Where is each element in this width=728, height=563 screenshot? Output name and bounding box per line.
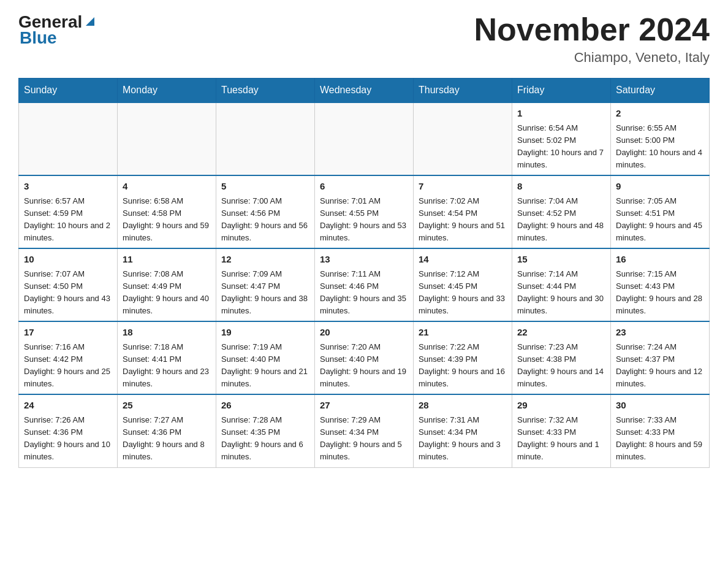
weekday-header-tuesday: Tuesday (216, 79, 315, 103)
day-number: 5 (221, 180, 309, 194)
day-number: 4 (123, 180, 211, 194)
day-number: 16 (616, 253, 704, 267)
calendar-cell (118, 102, 216, 175)
day-info: Sunrise: 6:57 AM Sunset: 4:59 PM Dayligh… (24, 195, 112, 245)
day-info: Sunrise: 7:04 AM Sunset: 4:52 PM Dayligh… (517, 195, 605, 245)
day-number: 23 (616, 326, 704, 340)
calendar-cell: 8Sunrise: 7:04 AM Sunset: 4:52 PM Daylig… (512, 175, 611, 248)
day-info: Sunrise: 7:28 AM Sunset: 4:35 PM Dayligh… (221, 414, 309, 464)
calendar-cell: 1Sunrise: 6:54 AM Sunset: 5:02 PM Daylig… (512, 102, 611, 175)
day-number: 10 (24, 253, 112, 267)
weekday-header-sunday: Sunday (19, 79, 118, 103)
calendar-cell: 6Sunrise: 7:01 AM Sunset: 4:55 PM Daylig… (315, 175, 414, 248)
calendar-cell: 24Sunrise: 7:26 AM Sunset: 4:36 PM Dayli… (19, 394, 118, 467)
calendar-cell: 23Sunrise: 7:24 AM Sunset: 4:37 PM Dayli… (611, 321, 710, 394)
day-number: 21 (419, 326, 507, 340)
day-info: Sunrise: 7:12 AM Sunset: 4:45 PM Dayligh… (419, 268, 507, 318)
calendar-cell: 30Sunrise: 7:33 AM Sunset: 4:33 PM Dayli… (611, 394, 710, 467)
day-number: 9 (616, 180, 704, 194)
day-info: Sunrise: 6:54 AM Sunset: 5:02 PM Dayligh… (517, 122, 605, 172)
calendar-cell (216, 102, 315, 175)
day-number: 28 (419, 399, 507, 413)
calendar-cell (19, 102, 118, 175)
calendar-cell: 5Sunrise: 7:00 AM Sunset: 4:56 PM Daylig… (216, 175, 315, 248)
day-number: 1 (517, 107, 605, 121)
calendar-week-row: 1Sunrise: 6:54 AM Sunset: 5:02 PM Daylig… (19, 102, 710, 175)
day-number: 20 (320, 326, 408, 340)
calendar-cell (414, 102, 512, 175)
day-number: 19 (221, 326, 309, 340)
calendar-cell: 13Sunrise: 7:11 AM Sunset: 4:46 PM Dayli… (315, 248, 414, 321)
calendar-cell: 20Sunrise: 7:20 AM Sunset: 4:40 PM Dayli… (315, 321, 414, 394)
logo-blue-text: Blue (20, 28, 57, 48)
weekday-header-row: SundayMondayTuesdayWednesdayThursdayFrid… (19, 79, 710, 103)
day-number: 15 (517, 253, 605, 267)
calendar-cell: 11Sunrise: 7:08 AM Sunset: 4:49 PM Dayli… (118, 248, 216, 321)
calendar-cell: 2Sunrise: 6:55 AM Sunset: 5:00 PM Daylig… (611, 102, 710, 175)
svg-marker-0 (86, 17, 94, 26)
day-number: 11 (123, 253, 211, 267)
calendar-table: SundayMondayTuesdayWednesdayThursdayFrid… (18, 78, 710, 467)
calendar-week-row: 17Sunrise: 7:16 AM Sunset: 4:42 PM Dayli… (19, 321, 710, 394)
day-number: 14 (419, 253, 507, 267)
day-info: Sunrise: 7:33 AM Sunset: 4:33 PM Dayligh… (616, 414, 704, 464)
day-number: 25 (123, 399, 211, 413)
day-info: Sunrise: 7:08 AM Sunset: 4:49 PM Dayligh… (123, 268, 211, 318)
day-number: 6 (320, 180, 408, 194)
day-info: Sunrise: 7:27 AM Sunset: 4:36 PM Dayligh… (123, 414, 211, 464)
day-info: Sunrise: 7:29 AM Sunset: 4:34 PM Dayligh… (320, 414, 408, 464)
day-info: Sunrise: 7:07 AM Sunset: 4:50 PM Dayligh… (24, 268, 112, 318)
day-info: Sunrise: 6:58 AM Sunset: 4:58 PM Dayligh… (123, 195, 211, 245)
day-info: Sunrise: 7:14 AM Sunset: 4:44 PM Dayligh… (517, 268, 605, 318)
day-number: 26 (221, 399, 309, 413)
calendar-cell: 26Sunrise: 7:28 AM Sunset: 4:35 PM Dayli… (216, 394, 315, 467)
day-number: 24 (24, 399, 112, 413)
day-info: Sunrise: 6:55 AM Sunset: 5:00 PM Dayligh… (616, 122, 704, 172)
day-number: 3 (24, 180, 112, 194)
weekday-header-friday: Friday (512, 79, 611, 103)
calendar-cell: 3Sunrise: 6:57 AM Sunset: 4:59 PM Daylig… (19, 175, 118, 248)
day-info: Sunrise: 7:15 AM Sunset: 4:43 PM Dayligh… (616, 268, 704, 318)
day-number: 22 (517, 326, 605, 340)
day-info: Sunrise: 7:16 AM Sunset: 4:42 PM Dayligh… (24, 341, 112, 391)
day-info: Sunrise: 7:32 AM Sunset: 4:33 PM Dayligh… (517, 414, 605, 464)
weekday-header-monday: Monday (118, 79, 216, 103)
day-info: Sunrise: 7:11 AM Sunset: 4:46 PM Dayligh… (320, 268, 408, 318)
calendar-cell: 28Sunrise: 7:31 AM Sunset: 4:34 PM Dayli… (414, 394, 512, 467)
day-info: Sunrise: 7:26 AM Sunset: 4:36 PM Dayligh… (24, 414, 112, 464)
calendar-cell: 19Sunrise: 7:19 AM Sunset: 4:40 PM Dayli… (216, 321, 315, 394)
day-info: Sunrise: 7:22 AM Sunset: 4:39 PM Dayligh… (419, 341, 507, 391)
day-info: Sunrise: 7:02 AM Sunset: 4:54 PM Dayligh… (419, 195, 507, 245)
weekday-header-saturday: Saturday (611, 79, 710, 103)
weekday-header-wednesday: Wednesday (315, 79, 414, 103)
calendar-cell: 9Sunrise: 7:05 AM Sunset: 4:51 PM Daylig… (611, 175, 710, 248)
calendar-cell: 4Sunrise: 6:58 AM Sunset: 4:58 PM Daylig… (118, 175, 216, 248)
day-number: 27 (320, 399, 408, 413)
month-title: November 2024 (474, 12, 710, 47)
day-number: 18 (123, 326, 211, 340)
day-number: 12 (221, 253, 309, 267)
day-info: Sunrise: 7:01 AM Sunset: 4:55 PM Dayligh… (320, 195, 408, 245)
day-info: Sunrise: 7:23 AM Sunset: 4:38 PM Dayligh… (517, 341, 605, 391)
day-info: Sunrise: 7:18 AM Sunset: 4:41 PM Dayligh… (123, 341, 211, 391)
calendar-cell: 16Sunrise: 7:15 AM Sunset: 4:43 PM Dayli… (611, 248, 710, 321)
day-info: Sunrise: 7:31 AM Sunset: 4:34 PM Dayligh… (419, 414, 507, 464)
day-info: Sunrise: 7:24 AM Sunset: 4:37 PM Dayligh… (616, 341, 704, 391)
calendar-cell: 22Sunrise: 7:23 AM Sunset: 4:38 PM Dayli… (512, 321, 611, 394)
calendar-cell: 12Sunrise: 7:09 AM Sunset: 4:47 PM Dayli… (216, 248, 315, 321)
calendar-cell: 18Sunrise: 7:18 AM Sunset: 4:41 PM Dayli… (118, 321, 216, 394)
day-info: Sunrise: 7:19 AM Sunset: 4:40 PM Dayligh… (221, 341, 309, 391)
calendar-week-row: 3Sunrise: 6:57 AM Sunset: 4:59 PM Daylig… (19, 175, 710, 248)
weekday-header-thursday: Thursday (414, 79, 512, 103)
calendar-week-row: 10Sunrise: 7:07 AM Sunset: 4:50 PM Dayli… (19, 248, 710, 321)
logo: General Blue (18, 12, 97, 48)
day-number: 7 (419, 180, 507, 194)
day-number: 8 (517, 180, 605, 194)
day-info: Sunrise: 7:05 AM Sunset: 4:51 PM Dayligh… (616, 195, 704, 245)
day-number: 29 (517, 399, 605, 413)
calendar-cell (315, 102, 414, 175)
calendar-cell: 27Sunrise: 7:29 AM Sunset: 4:34 PM Dayli… (315, 394, 414, 467)
day-info: Sunrise: 7:00 AM Sunset: 4:56 PM Dayligh… (221, 195, 309, 245)
calendar-cell: 15Sunrise: 7:14 AM Sunset: 4:44 PM Dayli… (512, 248, 611, 321)
page-header: General Blue November 2024 Chiampo, Vene… (18, 12, 710, 66)
